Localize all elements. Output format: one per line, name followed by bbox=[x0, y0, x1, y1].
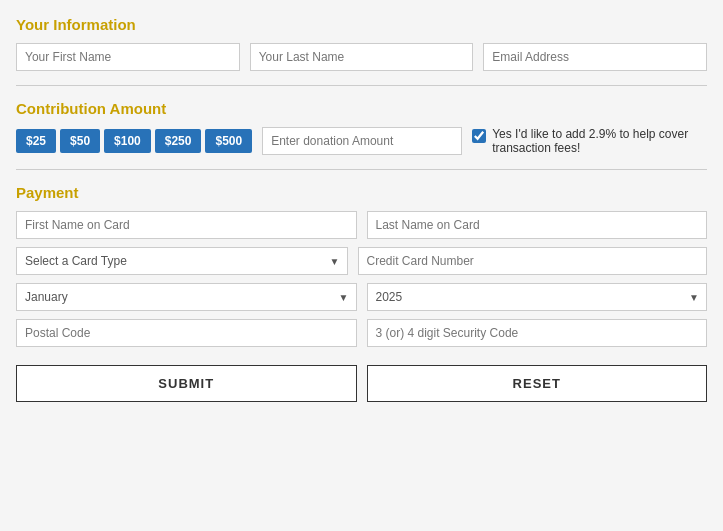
donation-amount-input[interactable] bbox=[262, 127, 462, 155]
amount-btn-50[interactable]: $50 bbox=[60, 129, 100, 153]
amount-btn-250[interactable]: $250 bbox=[155, 129, 202, 153]
card-last-name-input[interactable] bbox=[367, 211, 708, 239]
amount-btn-100[interactable]: $100 bbox=[104, 129, 151, 153]
year-select-wrapper: 2025 2026 2027 2028 2029 2030 ▼ bbox=[367, 283, 708, 311]
credit-card-input[interactable] bbox=[358, 247, 708, 275]
form-container: Your Information Contribution Amount $25… bbox=[0, 0, 723, 531]
month-select[interactable]: January February March April May June Ju… bbox=[16, 283, 357, 311]
postal-code-input[interactable] bbox=[16, 319, 357, 347]
reset-button[interactable]: RESET bbox=[367, 365, 708, 402]
contribution-title: Contribution Amount bbox=[16, 100, 707, 117]
card-type-row: Select a Card Type Visa MasterCard Ameri… bbox=[16, 247, 707, 275]
contribution-row: $25 $50 $100 $250 $500 Yes I'd like to a… bbox=[16, 127, 707, 155]
last-name-input[interactable] bbox=[250, 43, 474, 71]
divider-2 bbox=[16, 169, 707, 170]
card-type-select[interactable]: Select a Card Type Visa MasterCard Ameri… bbox=[16, 247, 348, 275]
security-code-input[interactable] bbox=[367, 319, 708, 347]
card-first-name-input[interactable] bbox=[16, 211, 357, 239]
month-select-wrapper: January February March April May June Ju… bbox=[16, 283, 357, 311]
your-information-title: Your Information bbox=[16, 16, 707, 33]
amount-btn-25[interactable]: $25 bbox=[16, 129, 56, 153]
your-information-section: Your Information bbox=[16, 16, 707, 71]
card-name-row bbox=[16, 211, 707, 239]
expiry-row: January February March April May June Ju… bbox=[16, 283, 707, 311]
info-row bbox=[16, 43, 707, 71]
divider-1 bbox=[16, 85, 707, 86]
card-type-select-wrapper: Select a Card Type Visa MasterCard Ameri… bbox=[16, 247, 348, 275]
postal-security-row bbox=[16, 319, 707, 347]
fee-checkbox-container: Yes I'd like to add 2.9% to help cover t… bbox=[472, 127, 707, 155]
fee-checkbox[interactable] bbox=[472, 129, 486, 143]
fee-label: Yes I'd like to add 2.9% to help cover t… bbox=[492, 127, 707, 155]
button-row: SUBMIT RESET bbox=[16, 365, 707, 402]
year-select[interactable]: 2025 2026 2027 2028 2029 2030 bbox=[367, 283, 708, 311]
first-name-input[interactable] bbox=[16, 43, 240, 71]
amount-buttons: $25 $50 $100 $250 $500 bbox=[16, 129, 252, 153]
amount-btn-500[interactable]: $500 bbox=[205, 129, 252, 153]
submit-button[interactable]: SUBMIT bbox=[16, 365, 357, 402]
email-input[interactable] bbox=[483, 43, 707, 71]
contribution-section: Contribution Amount $25 $50 $100 $250 $5… bbox=[16, 100, 707, 155]
payment-title: Payment bbox=[16, 184, 707, 201]
payment-section: Payment Select a Card Type Visa MasterCa… bbox=[16, 184, 707, 347]
